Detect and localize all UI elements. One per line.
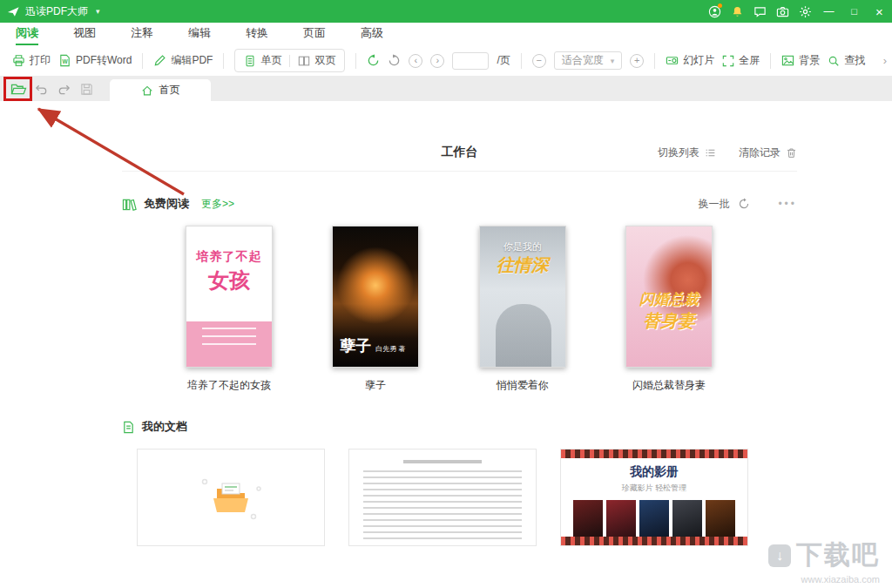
toolbar-separator [654, 53, 655, 69]
album-subtitle: 珍藏影片 轻松管理 [561, 483, 747, 494]
book-cover[interactable]: 培养了不起 女孩 [186, 226, 273, 368]
next-page-button[interactable]: › [430, 54, 444, 68]
toolbar-separator [770, 53, 771, 69]
slideshow-button[interactable]: 幻灯片 [666, 53, 714, 68]
menu-tab-convert[interactable]: 转换 [246, 23, 268, 45]
cover-text: 培养了不起 [186, 249, 272, 265]
menu-tab-annotate[interactable]: 注释 [131, 23, 153, 45]
magnifier-icon [828, 55, 840, 67]
background-image-icon [781, 54, 794, 67]
double-page-icon [298, 55, 310, 67]
cover-art [186, 321, 272, 367]
redo-icon[interactable] [52, 78, 75, 100]
cover-text: 往情深 [480, 253, 565, 277]
menu-tab-page[interactable]: 页面 [303, 23, 326, 45]
photo-album-thumbnail[interactable]: 我的影册 珍藏影片 轻松管理 [560, 449, 748, 546]
cover-text: 女孩 [186, 267, 272, 294]
books-icon [122, 198, 137, 211]
folder-illustration [196, 471, 266, 524]
my-documents-title: 我的文档 [142, 419, 187, 435]
menu-tab-view[interactable]: 视图 [73, 23, 96, 45]
more-link[interactable]: 更多>> [201, 197, 234, 212]
app-menu-caret-icon[interactable]: ▾ [91, 5, 105, 17]
rotate-left-icon[interactable] [367, 54, 380, 67]
pencil-icon [153, 54, 166, 67]
close-button[interactable]: × [867, 0, 892, 23]
screenshot-camera-icon[interactable] [771, 0, 794, 23]
document-thumbnail[interactable] [348, 449, 537, 546]
pdf-to-word-icon: W [58, 54, 71, 67]
zoom-mode-select[interactable]: 适合宽度 ▾ [554, 51, 623, 70]
toolbar: 打印 W PDF转Word 编辑PDF 单页 双页 ‹ › /页 − 适合宽度 … [0, 45, 892, 77]
rotate-right-icon[interactable] [388, 54, 401, 67]
more-options-icon[interactable]: ••• [778, 198, 797, 210]
print-button[interactable]: 打印 [12, 53, 51, 68]
book-cover[interactable]: 孽子 白先勇 著 [332, 226, 419, 368]
background-button[interactable]: 背景 [781, 53, 820, 68]
zoom-in-button[interactable]: + [630, 54, 644, 68]
double-page-label: 双页 [314, 53, 335, 68]
user-avatar-icon[interactable] [703, 0, 726, 23]
menu-tab-read[interactable]: 阅读 [16, 23, 38, 45]
free-reading-actions: 换一批 ••• [698, 197, 797, 212]
document-list: 我的影册 珍藏影片 轻松管理 [137, 449, 797, 546]
fullscreen-icon [722, 55, 734, 67]
cover-text: 替身妻 [626, 309, 712, 333]
home-icon [141, 84, 153, 97]
find-button[interactable]: 查找 [828, 53, 865, 68]
settings-gear-icon[interactable] [794, 0, 816, 23]
menu-tab-edit[interactable]: 编辑 [188, 23, 211, 45]
list-view-icon [705, 147, 716, 159]
notification-bell-icon[interactable] [726, 0, 748, 23]
page-number-input[interactable] [452, 52, 489, 70]
toolbar-overflow-icon[interactable]: › [883, 54, 887, 67]
clear-records-button[interactable]: 清除记录 [739, 145, 797, 160]
doc-preview-heading [403, 460, 482, 463]
maximize-button[interactable]: □ [841, 0, 867, 23]
menu-tab-advanced[interactable]: 高级 [361, 23, 383, 45]
fullscreen-button[interactable]: 全屏 [722, 53, 760, 68]
document-thumbnail[interactable] [137, 449, 325, 546]
undo-icon[interactable] [30, 78, 52, 100]
pdf-to-word-button[interactable]: W PDF转Word [58, 53, 132, 68]
book-item[interactable]: 闪婚总裁 替身妻 闪婚总裁替身妻 [625, 226, 713, 393]
print-label: 打印 [30, 53, 51, 68]
minimize-button[interactable]: — [816, 0, 841, 23]
switch-list-button[interactable]: 切换列表 [658, 145, 716, 160]
message-icon[interactable] [748, 0, 771, 23]
double-page-button[interactable]: 双页 [298, 53, 335, 68]
pdf-to-word-label: PDF转Word [76, 53, 132, 68]
page-layout-segment: 单页 双页 [234, 49, 345, 72]
cover-text: 孽子 [340, 335, 371, 356]
switch-list-label: 切换列表 [658, 145, 699, 160]
notification-badge [718, 3, 722, 8]
book-item[interactable]: 培养了不起 女孩 培养了不起的女孩 [186, 226, 273, 393]
watermark-site-name: 下载吧 [796, 537, 880, 573]
book-cover[interactable]: 你是我的 往情深 [479, 226, 566, 368]
film-strip [561, 537, 747, 545]
change-batch-button[interactable]: 换一批 [698, 197, 729, 212]
titlebar-actions: — □ × [703, 0, 892, 23]
film-strip [561, 449, 747, 458]
clear-records-label: 清除记录 [739, 145, 780, 160]
zoom-out-button[interactable]: − [532, 54, 546, 68]
prev-page-button[interactable]: ‹ [409, 54, 422, 68]
cover-text: 闪婚总裁 [626, 289, 712, 309]
album-title: 我的影册 [561, 464, 747, 480]
edit-pdf-button[interactable]: 编辑PDF [153, 53, 213, 68]
zoom-mode-value: 适合宽度 [562, 53, 604, 68]
book-title: 悄悄爱着你 [497, 378, 549, 393]
book-cover[interactable]: 闪婚总裁 替身妻 [625, 226, 713, 368]
single-page-button[interactable]: 单页 [244, 53, 281, 68]
projector-icon [666, 54, 679, 67]
save-icon[interactable] [75, 78, 98, 100]
movie-poster [573, 500, 603, 538]
book-item[interactable]: 你是我的 往情深 悄悄爱着你 [479, 226, 566, 393]
book-item[interactable]: 孽子 白先勇 著 孽子 [332, 226, 419, 393]
slideshow-label: 幻灯片 [683, 53, 714, 68]
doc-preview-text [363, 470, 522, 540]
workbench-page: 工作台 切换列表 清除记录 免费阅读 更多>> 换一批 ••• [0, 101, 892, 588]
tab-home[interactable]: 首页 [110, 79, 211, 101]
open-file-folder-icon[interactable] [7, 78, 30, 100]
refresh-icon[interactable] [738, 198, 750, 210]
